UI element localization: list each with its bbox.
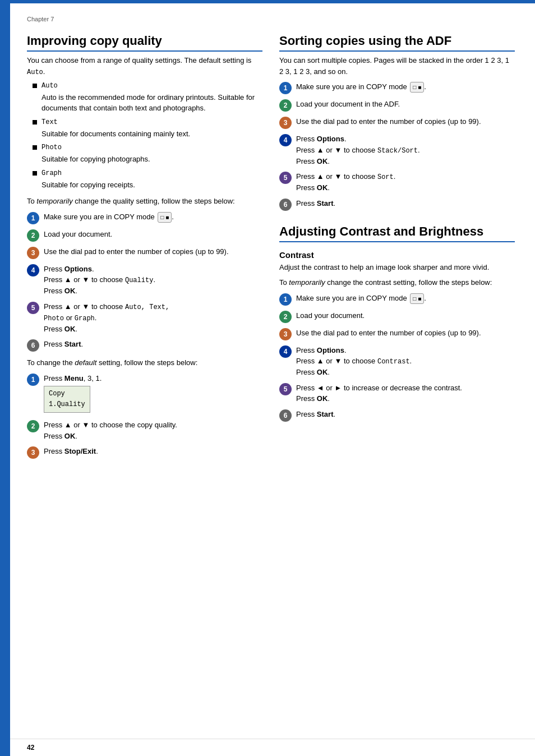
sort-circle-6: 6: [279, 199, 292, 211]
temp-step-2-content: Load your document.: [44, 229, 262, 240]
copy-mode-icon-contrast: □ ■: [410, 293, 424, 304]
sort-circle-3: 3: [279, 117, 292, 129]
sort-step-4: 4 Press Options. Press ▲ or ▼ to choose …: [279, 133, 515, 167]
bullet-auto-label: Auto: [41, 82, 58, 90]
bullet-photo-desc: Suitable for copying photographs.: [41, 154, 262, 165]
chapter-label: Chapter 7: [27, 16, 518, 22]
sort-circle-2: 2: [279, 99, 292, 112]
bullet-auto: Auto: [33, 82, 262, 90]
adjusting-contrast-title: Adjusting Contrast and Brightness: [279, 224, 515, 242]
contrast-step-1: 1 Make sure you are in COPY mode □ ■.: [279, 293, 515, 306]
sorting-intro: You can sort multiple copies. Pages will…: [279, 55, 515, 77]
sort-step-4-content: Press Options. Press ▲ or ▼ to choose St…: [296, 133, 515, 167]
contrast-step-6-content: Press Start.: [296, 409, 515, 420]
page-container: Chapter 7 Improving copy quality You can…: [0, 0, 535, 756]
sort-step-5-content: Press ▲ or ▼ to choose Sort. Press OK.: [296, 171, 515, 193]
bullet-text-label: Text: [41, 118, 58, 126]
contrast-step-3-content: Use the dial pad to enter the number of …: [296, 328, 515, 339]
bullet-graph: Graph: [33, 169, 262, 177]
bullet-text-desc: Suitable for documents containing mainly…: [41, 128, 262, 140]
temp-step-1-content: Make sure you are in COPY mode □ ■.: [44, 211, 262, 223]
sort-step-6: 6 Press Start.: [279, 198, 515, 211]
temp-step-3: 3 Use the dial pad to enter the number o…: [27, 246, 262, 259]
sort-step-6-content: Press Start.: [296, 198, 515, 209]
sorting-copies-title: Sorting copies using the ADF: [279, 34, 515, 52]
sort-step-5: 5 Press ▲ or ▼ to choose Sort. Press OK.: [279, 171, 515, 193]
step-circle-2: 2: [27, 229, 39, 242]
copy-mode-icon: □ ■: [158, 212, 172, 223]
bullet-text: Text: [33, 118, 262, 126]
contrast-circle-1: 1: [279, 293, 292, 306]
sort-circle-4: 4: [279, 134, 292, 146]
default-change-intro: To change the default setting, follow th…: [27, 357, 262, 368]
default-step-1-content: Press Menu, 3, 1. Copy1.Quality: [44, 373, 262, 416]
default-step-1: 1 Press Menu, 3, 1. Copy1.Quality: [27, 373, 262, 416]
sort-step-2: 2 Load your document in the ADF.: [279, 99, 515, 112]
default-step-circle-2: 2: [27, 420, 39, 432]
temp-step-3-content: Use the dial pad to enter the number of …: [44, 246, 262, 257]
bullet-auto-desc: Auto is the recommended mode for ordinar…: [41, 92, 262, 114]
step-circle-3: 3: [27, 247, 39, 259]
sort-step-3-content: Use the dial pad to enter the number of …: [296, 116, 515, 127]
default-step-circle-3: 3: [27, 446, 39, 459]
bullet-square-icon: [33, 145, 37, 150]
step-circle-5: 5: [27, 302, 39, 314]
contrast-circle-5: 5: [279, 383, 292, 395]
contrast-step-4: 4 Press Options. Press ▲ or ▼ to choose …: [279, 345, 515, 378]
temp-step-5-content: Press ▲ or ▼ to choose Auto, Text,Photo …: [44, 301, 262, 335]
left-accent-bar: [0, 0, 10, 756]
bullet-square-icon: [33, 84, 37, 88]
sort-step-3: 3 Use the dial pad to enter the number o…: [279, 116, 515, 129]
sort-circle-5: 5: [279, 172, 292, 184]
page-number: 42: [27, 744, 34, 752]
sort-step-1-content: Make sure you are in COPY mode □ ■.: [296, 81, 515, 93]
bullet-square-icon: [33, 120, 37, 125]
contrast-circle-3: 3: [279, 328, 292, 340]
sort-step-2-content: Load your document in the ADF.: [296, 99, 515, 110]
temp-step-6-content: Press Start.: [44, 339, 262, 350]
contrast-step-4-content: Press Options. Press ▲ or ▼ to choose Co…: [296, 345, 515, 378]
temp-step-1: 1 Make sure you are in COPY mode □ ■.: [27, 211, 262, 224]
page-number-bar: 42: [10, 739, 535, 756]
bullet-graph-desc: Suitable for copying receipts.: [41, 179, 262, 191]
improving-intro: You can choose from a range of quality s…: [27, 55, 262, 77]
bullet-photo-label: Photo: [41, 144, 62, 151]
contrast-step-2-content: Load your document.: [296, 310, 515, 321]
two-column-layout: Improving copy quality You can choose fr…: [27, 34, 518, 463]
copy-mode-icon-sort: □ ■: [410, 82, 424, 93]
top-bar: [10, 0, 535, 3]
contrast-intro2: To temporarily change the contrast setti…: [279, 277, 515, 288]
default-step-3: 3 Press Stop/Exit.: [27, 446, 262, 459]
temp-step-5: 5 Press ▲ or ▼ to choose Auto, Text,Phot…: [27, 301, 262, 335]
bullet-square-icon: [33, 171, 37, 176]
contrast-circle-6: 6: [279, 409, 292, 422]
bullet-graph-label: Graph: [41, 169, 62, 177]
temp-step-6: 6 Press Start.: [27, 339, 262, 352]
default-step-circle-1: 1: [27, 374, 39, 386]
contrast-step-5: 5 Press ◄ or ► to increase or decrease t…: [279, 382, 515, 404]
lcd-display: Copy1.Quality: [44, 386, 90, 413]
sort-circle-1: 1: [279, 82, 292, 94]
contrast-subtitle: Contrast: [279, 250, 515, 260]
step-circle-4: 4: [27, 264, 39, 276]
right-column: Sorting copies using the ADF You can sor…: [279, 34, 515, 463]
contrast-intro1: Adjust the contrast to help an image loo…: [279, 262, 515, 273]
contrast-circle-2: 2: [279, 311, 292, 323]
contrast-step-3: 3 Use the dial pad to enter the number o…: [279, 328, 515, 340]
temp-step-4: 4 Press Options. Press ▲ or ▼ to choose …: [27, 264, 262, 297]
contrast-step-5-content: Press ◄ or ► to increase or decrease the…: [296, 382, 515, 404]
default-step-2-content: Press ▲ or ▼ to choose the copy quality.…: [44, 420, 262, 441]
default-step-2: 2 Press ▲ or ▼ to choose the copy qualit…: [27, 420, 262, 441]
step-circle-1: 1: [27, 212, 39, 224]
contrast-step-6: 6 Press Start.: [279, 409, 515, 422]
left-column: Improving copy quality You can choose fr…: [27, 34, 262, 463]
temp-step-2: 2 Load your document.: [27, 229, 262, 242]
bullet-photo: Photo: [33, 144, 262, 151]
improving-copy-quality-title: Improving copy quality: [27, 34, 262, 52]
default-step-3-content: Press Stop/Exit.: [44, 446, 262, 457]
temp-change-intro: To temporarily change the quality settin…: [27, 196, 262, 207]
contrast-step-1-content: Make sure you are in COPY mode □ ■.: [296, 293, 515, 304]
contrast-step-2: 2 Load your document.: [279, 310, 515, 323]
sort-step-1: 1 Make sure you are in COPY mode □ ■.: [279, 81, 515, 94]
step-circle-6: 6: [27, 339, 39, 352]
